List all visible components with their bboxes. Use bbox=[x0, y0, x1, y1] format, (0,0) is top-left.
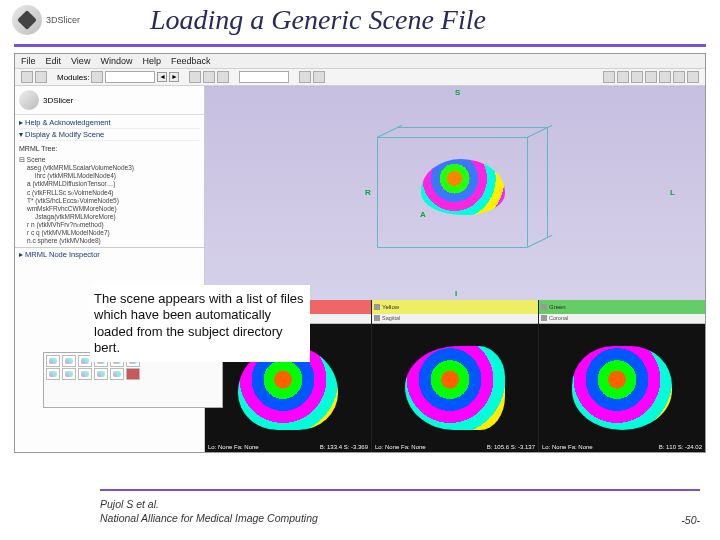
menu-help[interactable]: Help bbox=[142, 56, 161, 66]
menubar: File Edit View Window Help Feedback bbox=[15, 54, 705, 69]
layout-thumb[interactable] bbox=[62, 355, 76, 367]
slicer-logo bbox=[12, 5, 42, 35]
link-icon[interactable] bbox=[374, 304, 380, 310]
slice-name: Yellow bbox=[382, 304, 399, 310]
slice-info-right: B: 110 S: -24.02 bbox=[659, 444, 702, 450]
tree-item: wmMskFRvhcCWMMoreNode) bbox=[19, 205, 200, 213]
layout-thumb[interactable] bbox=[78, 368, 92, 380]
tree-item: c (vtkFRLLSc s₀VolmeNode4) bbox=[19, 189, 200, 197]
ext-icon-1[interactable] bbox=[603, 71, 615, 83]
slide-footer: Pujol S et al. National Alliance for Med… bbox=[100, 489, 700, 526]
tree-item: lhrc (vtkMRMLModelNode4) bbox=[19, 172, 200, 180]
menu-window[interactable]: Window bbox=[100, 56, 132, 66]
sagittal-slice bbox=[405, 346, 505, 430]
ext-icon-6[interactable] bbox=[673, 71, 685, 83]
save-icon[interactable] bbox=[35, 71, 47, 83]
ext-icon-4[interactable] bbox=[645, 71, 657, 83]
slice-info-left: Lo: None Fa: None bbox=[208, 444, 259, 450]
slice-info-left: Lo: None Fa: None bbox=[542, 444, 593, 450]
slide-header: 3DSlicer Loading a Generic Scene File bbox=[0, 0, 720, 40]
menu-view[interactable]: View bbox=[71, 56, 90, 66]
layout-thumb[interactable] bbox=[46, 355, 60, 367]
tree-item: aseg (vtkMRMLScalarVolumeNode3) bbox=[19, 164, 200, 172]
nav-back-icon[interactable]: ◄ bbox=[157, 72, 167, 82]
link-icon[interactable] bbox=[541, 304, 547, 310]
module-panel-header: 3DSlicer bbox=[15, 86, 204, 115]
accordion-help[interactable]: ▸ Help & Acknowledgement bbox=[19, 117, 200, 129]
ext-icon-7[interactable] bbox=[687, 71, 699, 83]
axis-i: I bbox=[455, 289, 457, 298]
layout-thumb-selected[interactable] bbox=[126, 368, 140, 380]
coronal-slice bbox=[572, 346, 672, 430]
modules-label: Modules: bbox=[57, 73, 89, 82]
divider-top bbox=[14, 44, 706, 47]
slice-yellow[interactable]: Yellow Sagittal Lo: None Fa: None B: 105… bbox=[372, 300, 538, 453]
slide-number: -50- bbox=[681, 514, 700, 526]
tree-item: a (vtkMRMLDiffusionTensor…) bbox=[19, 180, 200, 188]
nav-fwd-icon[interactable]: ► bbox=[169, 72, 179, 82]
toolbar: Modules: ◄ ► bbox=[15, 69, 705, 86]
app-brand: 3DSlicer bbox=[43, 96, 73, 105]
3d-view[interactable]: S R L A I bbox=[205, 86, 705, 300]
menu-feedback[interactable]: Feedback bbox=[171, 56, 211, 66]
divider-bottom bbox=[100, 489, 700, 491]
scene-selector[interactable] bbox=[239, 71, 289, 83]
accordion-display[interactable]: ▾ Display & Modify Scene bbox=[19, 129, 200, 141]
crosshair-icon[interactable] bbox=[299, 71, 311, 83]
eye-icon[interactable] bbox=[541, 315, 547, 321]
axis-a: A bbox=[420, 210, 426, 219]
module-selector[interactable] bbox=[105, 71, 155, 83]
author: Pujol S et al. bbox=[100, 497, 318, 512]
ext-icon-5[interactable] bbox=[659, 71, 671, 83]
slide-title: Loading a Generic Scene File bbox=[150, 4, 486, 36]
menu-edit[interactable]: Edit bbox=[46, 56, 62, 66]
layout-thumb[interactable] bbox=[46, 368, 60, 380]
brain-model bbox=[421, 159, 505, 215]
menu-file[interactable]: File bbox=[21, 56, 36, 66]
axis-r: R bbox=[365, 188, 371, 197]
node-inspector-header[interactable]: ▸ MRML Node Inspector bbox=[15, 247, 204, 261]
slice-info-right: B: 105.6 S: -3.137 bbox=[487, 444, 535, 450]
load-data-icon[interactable] bbox=[21, 71, 33, 83]
ext-icon-2[interactable] bbox=[617, 71, 629, 83]
slicer-logo-small bbox=[19, 90, 39, 110]
app-screenshot: File Edit View Window Help Feedback Modu… bbox=[14, 53, 706, 453]
layout-icon-2[interactable] bbox=[203, 71, 215, 83]
layout-thumb[interactable] bbox=[62, 368, 76, 380]
slice-info-right: B: 133.4 S: -3.369 bbox=[320, 444, 368, 450]
layout-icon-3[interactable] bbox=[217, 71, 229, 83]
mrml-tree[interactable]: ⊟ Scene aseg (vtkMRMLScalarVolumeNode3) … bbox=[15, 154, 204, 247]
axis-s: S bbox=[455, 88, 460, 97]
tree-header: MRML Tree: bbox=[15, 143, 204, 154]
tree-scene-root: ⊟ Scene bbox=[19, 156, 200, 164]
ext-icon-3[interactable] bbox=[631, 71, 643, 83]
tree-item: Jstaga(vtkMRMLMoreMore) bbox=[19, 213, 200, 221]
org: National Alliance for Medical Image Comp… bbox=[100, 511, 318, 526]
accordion: ▸ Help & Acknowledgement ▾ Display & Mod… bbox=[15, 115, 204, 143]
layout-thumb[interactable] bbox=[94, 368, 108, 380]
tree-item: r n (vtkMVhFrv?n₀method) bbox=[19, 221, 200, 229]
eye-icon[interactable] bbox=[374, 315, 380, 321]
tree-item: n.c sphere (vtkMVNode8) bbox=[19, 237, 200, 245]
layout-thumb[interactable] bbox=[110, 368, 124, 380]
module-search-icon[interactable] bbox=[91, 71, 103, 83]
slice-name: Green bbox=[549, 304, 566, 310]
axis-l: L bbox=[670, 188, 675, 197]
screenshot-icon[interactable] bbox=[313, 71, 325, 83]
tree-item: r c q (vtkMVMLModelNode7) bbox=[19, 229, 200, 237]
slice-green[interactable]: Green Coronal Lo: None Fa: None B: 110 S… bbox=[539, 300, 705, 453]
callout-text: The scene appears with a list of files w… bbox=[90, 285, 310, 362]
viewer-area: S R L A I Red Axial Lo: None Fa: None B:… bbox=[205, 86, 705, 452]
layout-icon[interactable] bbox=[189, 71, 201, 83]
app-name: 3DSlicer bbox=[46, 15, 80, 25]
slice-info-left: Lo: None Fa: None bbox=[375, 444, 426, 450]
tree-item: T* (vtkS/hcLEccs₀VolmeNode5) bbox=[19, 197, 200, 205]
